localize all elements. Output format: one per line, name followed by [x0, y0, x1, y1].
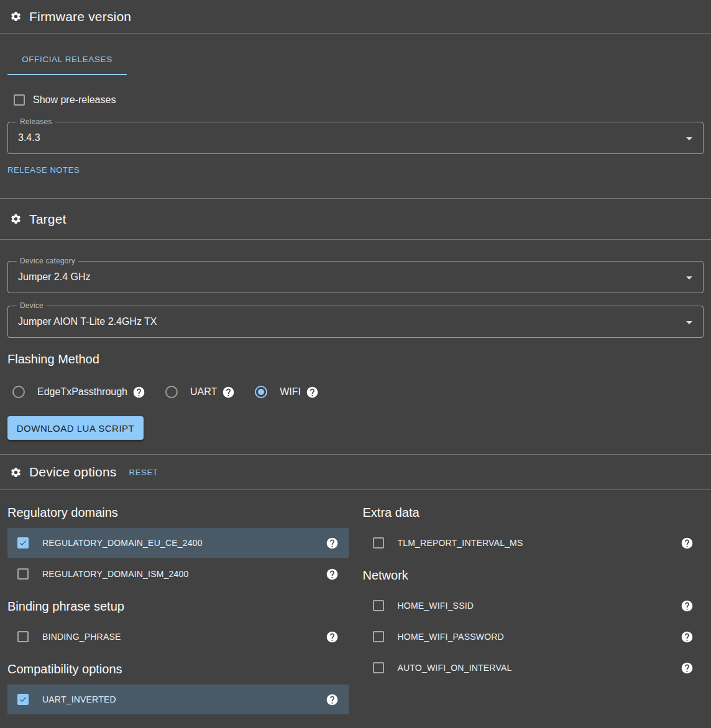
options-column-right: Extra dataTLM_REPORT_INTERVAL_MSNetworkH… [363, 490, 704, 684]
device-options-grid: Regulatory domainsREGULATORY_DOMAIN_EU_C… [0, 490, 711, 716]
help-icon[interactable] [681, 537, 694, 550]
checkbox[interactable] [373, 662, 384, 673]
help-icon[interactable] [326, 537, 339, 550]
releases-tabbar: OFFICIAL RELEASES [7, 44, 704, 75]
radio-uart[interactable]: UART [165, 386, 235, 399]
flashing-method-heading: Flashing Method [7, 352, 704, 366]
checkbox[interactable] [17, 694, 29, 705]
option-row-binding_phrase[interactable]: BINDING_PHRASE [7, 622, 349, 652]
option-row-regulatory_domain_ism_2400[interactable]: REGULATORY_DOMAIN_ISM_2400 [7, 559, 349, 589]
show-prereleases-label: Show pre-releases [33, 94, 116, 106]
releases-select[interactable]: Releases 3.4.3 [7, 122, 704, 154]
device-category-select-label: Device category [17, 257, 78, 266]
spacer [0, 175, 711, 198]
checkbox[interactable] [373, 537, 384, 548]
option-label: AUTO_WIFI_ON_INTERVAL [398, 663, 512, 673]
option-label: REGULATORY_DOMAIN_ISM_2400 [42, 569, 189, 579]
device-select-label: Device [17, 301, 47, 311]
firmware-version-section: Firmware version OFFICIAL RELEASES Show … [0, 0, 711, 198]
download-lua-script-button[interactable]: DOWNLOAD LUA SCRIPT [7, 416, 144, 440]
group-heading: Extra data [363, 505, 704, 520]
help-icon[interactable] [222, 386, 235, 399]
firmware-version-header: Firmware version [0, 0, 711, 33]
reset-link[interactable]: RESET [129, 468, 158, 477]
group-heading: Compatibility options [7, 662, 349, 676]
section-title: Target [29, 212, 67, 227]
radio-label: EdgeTxPassthrough [37, 386, 127, 398]
divider [0, 33, 711, 34]
release-notes-link[interactable]: RELEASE NOTES [7, 165, 80, 175]
target-header: Target [0, 199, 711, 239]
releases-select-label: Releases [17, 117, 55, 127]
group-heading: Regulatory domains [7, 505, 349, 520]
radio-icon [165, 386, 178, 398]
option-row-home_wifi_ssid[interactable]: HOME_WIFI_SSID [363, 591, 704, 621]
radio-label: WIFI [280, 386, 301, 398]
help-icon[interactable] [681, 662, 694, 675]
options-column-left: Regulatory domainsREGULATORY_DOMAIN_EU_C… [7, 490, 349, 716]
spacer [0, 240, 711, 261]
option-label: TLM_REPORT_INTERVAL_MS [398, 538, 523, 548]
arrow-drop-down-icon[interactable] [682, 270, 697, 285]
option-label: HOME_WIFI_PASSWORD [398, 632, 504, 642]
gear-icon [10, 11, 22, 22]
group-heading: Network [363, 568, 704, 583]
group-heading: Binding phrase setup [7, 599, 349, 614]
tab-official-releases[interactable]: OFFICIAL RELEASES [7, 44, 127, 75]
option-label: REGULATORY_DOMAIN_EU_CE_2400 [42, 538, 203, 548]
option-label: BINDING_PHRASE [42, 632, 121, 642]
device-options-section: Device options RESET Regulatory domainsR… [0, 455, 711, 716]
radio-wifi[interactable]: WIFI [255, 386, 319, 399]
arrow-drop-down-icon[interactable] [682, 315, 697, 330]
arrow-drop-down-icon[interactable] [682, 131, 697, 146]
device-category-select-value: Jumper 2.4 GHz [18, 271, 90, 283]
option-label: HOME_WIFI_SSID [398, 601, 474, 611]
option-label: UART_INVERTED [42, 694, 116, 704]
help-icon[interactable] [132, 386, 145, 399]
radio-icon [255, 386, 267, 398]
spacer [0, 440, 711, 454]
show-prereleases-checkbox[interactable] [14, 94, 25, 106]
radio-edgetxpassthrough[interactable]: EdgeTxPassthrough [12, 386, 145, 399]
help-icon[interactable] [326, 693, 339, 706]
option-row-auto_wifi_on_interval[interactable]: AUTO_WIFI_ON_INTERVAL [363, 653, 704, 683]
radio-label: UART [190, 386, 217, 398]
section-title: Device options [29, 465, 117, 480]
section-title: Firmware version [29, 9, 131, 24]
checkbox[interactable] [17, 631, 29, 642]
target-section: Target Device category Jumper 2.4 GHz De… [0, 199, 711, 454]
show-prereleases-row[interactable]: Show pre-releases [7, 94, 704, 106]
option-row-home_wifi_password[interactable]: HOME_WIFI_PASSWORD [363, 622, 704, 652]
device-select-value: Jumper AION T-Lite 2.4GHz TX [18, 316, 157, 327]
help-icon[interactable] [326, 568, 339, 581]
checkbox[interactable] [17, 537, 29, 548]
help-icon[interactable] [681, 630, 694, 644]
help-icon[interactable] [681, 599, 694, 612]
device-category-select[interactable]: Device category Jumper 2.4 GHz [7, 261, 704, 293]
option-row-tlm_report_interval_ms[interactable]: TLM_REPORT_INTERVAL_MS [363, 528, 704, 558]
help-icon[interactable] [326, 630, 339, 644]
device-select[interactable]: Device Jumper AION T-Lite 2.4GHz TX [7, 306, 704, 338]
radio-icon [12, 386, 25, 398]
device-options-header: Device options RESET [0, 455, 711, 489]
help-icon[interactable] [306, 386, 319, 399]
gear-icon [10, 213, 22, 225]
gear-icon [10, 466, 22, 478]
option-row-uart_inverted[interactable]: UART_INVERTED [7, 685, 349, 714]
checkbox[interactable] [17, 568, 29, 580]
releases-select-value: 3.4.3 [18, 132, 40, 143]
option-row-regulatory_domain_eu_ce_2400[interactable]: REGULATORY_DOMAIN_EU_CE_2400 [7, 528, 349, 558]
checkbox[interactable] [373, 600, 384, 611]
checkbox[interactable] [373, 631, 384, 642]
flashing-method-radio-group: EdgeTxPassthrough UART WIFI [12, 383, 711, 401]
